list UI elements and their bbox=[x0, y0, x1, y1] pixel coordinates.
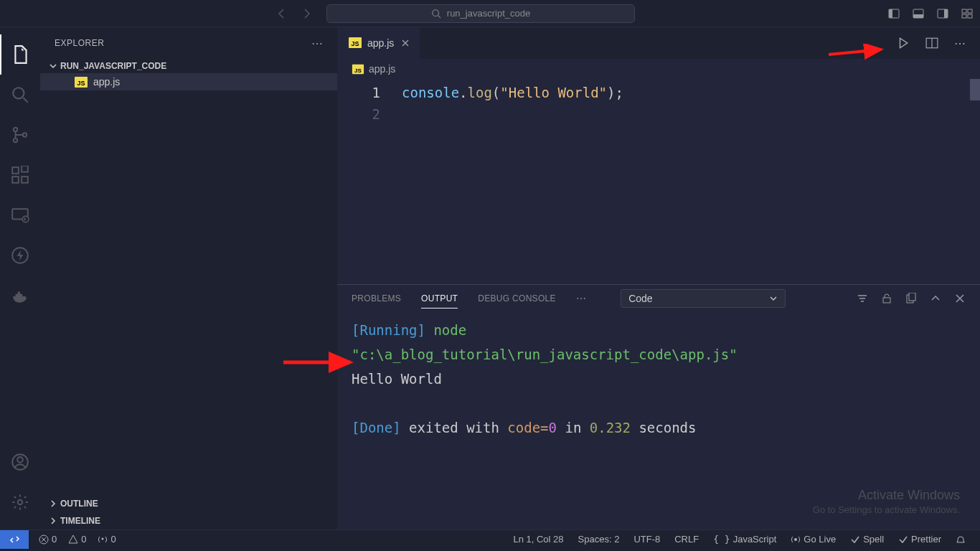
js-file-icon: JS bbox=[349, 37, 362, 48]
layout-secondary-side-icon[interactable] bbox=[937, 8, 948, 19]
activity-settings[interactable] bbox=[0, 482, 40, 522]
customize-layout-icon[interactable] bbox=[961, 8, 973, 19]
panel-tab-debug[interactable]: DEBUG CONSOLE bbox=[478, 293, 556, 303]
svg-point-38 bbox=[102, 537, 104, 540]
svg-point-16 bbox=[23, 133, 27, 136]
status-ports[interactable]: 0 bbox=[98, 534, 116, 545]
svg-rect-18 bbox=[12, 176, 19, 183]
editor-more-icon[interactable]: ⋯ bbox=[954, 37, 966, 50]
minimap-indicator[interactable] bbox=[970, 79, 980, 100]
svg-rect-11 bbox=[968, 14, 972, 18]
panel-tab-problems[interactable]: PROBLEMS bbox=[352, 293, 401, 303]
status-encoding[interactable]: UTF-8 bbox=[633, 534, 660, 545]
layout-primary-side-icon[interactable] bbox=[888, 8, 900, 19]
svg-point-26 bbox=[18, 500, 23, 505]
statusbar: 0 0 0 Ln 1, Col 28 Spaces: 2 UTF-8 CRLF … bbox=[0, 529, 980, 548]
status-golive[interactable]: Go Live bbox=[791, 534, 836, 545]
svg-line-13 bbox=[23, 98, 28, 103]
js-file-icon: JS bbox=[352, 64, 364, 74]
svg-rect-5 bbox=[913, 14, 923, 18]
panel-more-icon[interactable]: ⋯ bbox=[576, 293, 586, 304]
timeline-section[interactable]: TIMELINE bbox=[40, 512, 337, 529]
output-channel-dropdown[interactable]: Code bbox=[621, 289, 786, 308]
tab-close-icon[interactable] bbox=[400, 37, 411, 49]
svg-point-12 bbox=[13, 88, 24, 98]
svg-rect-8 bbox=[962, 9, 966, 13]
file-item-label: app.js bbox=[93, 76, 120, 88]
explorer-more-icon[interactable]: ⋯ bbox=[311, 37, 324, 50]
svg-rect-19 bbox=[22, 176, 28, 183]
svg-rect-35 bbox=[909, 293, 915, 301]
layout-panel-icon[interactable] bbox=[913, 8, 924, 19]
status-eol[interactable]: CRLF bbox=[674, 534, 699, 545]
command-center-search[interactable]: run_javascript_code bbox=[326, 4, 635, 23]
status-prettier[interactable]: Prettier bbox=[898, 534, 941, 545]
svg-point-15 bbox=[14, 138, 17, 142]
lock-scroll-icon[interactable] bbox=[881, 293, 892, 304]
clear-output-icon[interactable] bbox=[905, 293, 917, 304]
svg-point-25 bbox=[17, 457, 23, 463]
status-language[interactable]: { } JavaScript bbox=[713, 534, 776, 545]
activity-remote-explorer[interactable] bbox=[0, 195, 40, 235]
panel-tab-output[interactable]: OUTPUT bbox=[421, 293, 458, 309]
nav-back-icon[interactable] bbox=[276, 8, 288, 19]
activity-source-control[interactable] bbox=[0, 115, 40, 155]
tab-label: app.js bbox=[367, 37, 394, 49]
editor-area: JS app.js ⋯ JS app.js 1 2 console.l bbox=[337, 27, 980, 529]
filter-icon[interactable] bbox=[857, 293, 868, 304]
activity-docker[interactable] bbox=[0, 276, 40, 316]
explorer-title: EXPLORER bbox=[55, 38, 104, 48]
activity-search[interactable] bbox=[0, 75, 40, 115]
broadcast-icon bbox=[791, 534, 801, 545]
dropdown-value: Code bbox=[628, 293, 652, 304]
code-content[interactable]: console.log("Hello World"); bbox=[402, 82, 623, 284]
svg-rect-33 bbox=[883, 298, 890, 303]
error-icon bbox=[39, 534, 49, 545]
activitybar bbox=[0, 27, 40, 529]
breadcrumb-label: app.js bbox=[369, 63, 395, 75]
editor-tabs: JS app.js ⋯ bbox=[337, 27, 980, 59]
status-notifications[interactable] bbox=[956, 534, 966, 545]
chevron-down-icon bbox=[49, 62, 57, 70]
svg-rect-10 bbox=[962, 14, 966, 18]
panel-maximize-icon[interactable] bbox=[930, 293, 941, 304]
line-gutter: 1 2 bbox=[337, 82, 402, 284]
activity-accounts[interactable] bbox=[0, 442, 40, 482]
activity-thunder[interactable] bbox=[0, 235, 40, 276]
chevron-right-icon bbox=[49, 499, 57, 508]
chevron-down-icon bbox=[769, 294, 778, 303]
timeline-label: TIMELINE bbox=[60, 516, 100, 526]
check-icon bbox=[850, 534, 860, 545]
outline-label: OUTLINE bbox=[60, 499, 98, 509]
code-editor[interactable]: 1 2 console.log("Hello World"); bbox=[337, 79, 980, 284]
run-code-icon[interactable] bbox=[897, 37, 910, 50]
tab-appjs[interactable]: JS app.js bbox=[337, 27, 420, 59]
radio-tower-icon bbox=[98, 534, 108, 545]
status-spell[interactable]: Spell bbox=[850, 534, 884, 545]
output-content[interactable]: [Running] node "c:\a_blog_tutorial\run_j… bbox=[337, 312, 980, 446]
search-placeholder: run_javascript_code bbox=[447, 8, 530, 19]
file-item-appjs[interactable]: JS app.js bbox=[40, 73, 337, 90]
breadcrumb[interactable]: JS app.js bbox=[337, 59, 980, 79]
folder-header[interactable]: RUN_JAVASCRIPT_CODE bbox=[40, 59, 337, 73]
status-spaces[interactable]: Spaces: 2 bbox=[578, 534, 620, 545]
split-editor-icon[interactable] bbox=[925, 37, 938, 50]
svg-rect-9 bbox=[968, 9, 972, 13]
svg-rect-20 bbox=[22, 166, 28, 172]
panel-close-icon[interactable] bbox=[954, 293, 966, 304]
chevron-right-icon bbox=[49, 517, 57, 525]
status-errors[interactable]: 0 bbox=[39, 534, 57, 545]
status-lncol[interactable]: Ln 1, Col 28 bbox=[513, 534, 563, 545]
svg-point-0 bbox=[433, 9, 439, 16]
remote-button[interactable] bbox=[0, 530, 29, 549]
nav-forward-icon[interactable] bbox=[301, 8, 312, 19]
svg-rect-17 bbox=[12, 167, 19, 174]
activity-extensions[interactable] bbox=[0, 155, 40, 195]
status-warnings[interactable]: 0 bbox=[68, 534, 86, 545]
bell-icon bbox=[956, 534, 966, 545]
braces-icon: { } bbox=[713, 534, 730, 545]
js-file-icon: JS bbox=[75, 77, 88, 88]
windows-activation-watermark: Activate Windows Go to Settings to activ… bbox=[813, 488, 960, 515]
activity-explorer[interactable] bbox=[0, 34, 40, 75]
outline-section[interactable]: OUTLINE bbox=[40, 495, 337, 512]
